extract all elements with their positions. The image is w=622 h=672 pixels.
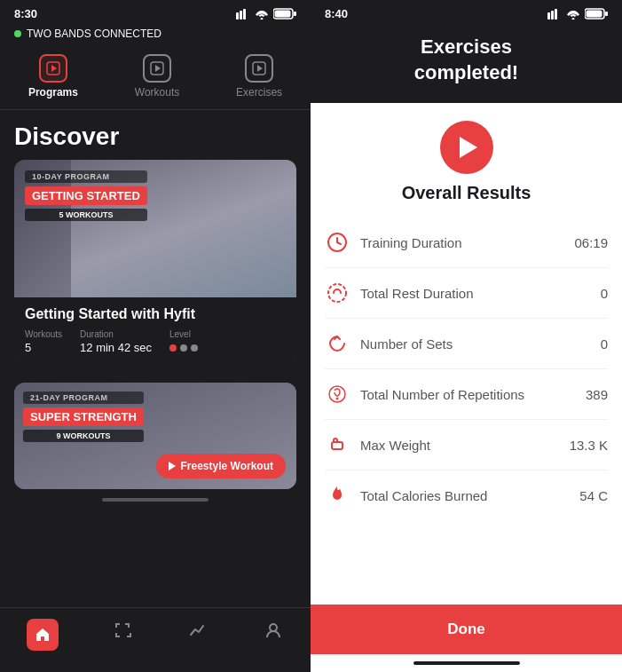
home-indicator-bar-right bbox=[413, 661, 520, 665]
status-icons-right bbox=[547, 8, 608, 20]
results-card: Overall Results Training Duration 06:19 … bbox=[311, 103, 622, 672]
nav-expand[interactable] bbox=[107, 615, 138, 654]
bottom-nav bbox=[0, 607, 311, 672]
max-weight-label: Max Weight bbox=[360, 438, 570, 453]
nav-profile[interactable] bbox=[258, 615, 288, 654]
program-info-1: Getting Started with Hyfit Workouts 5 Du… bbox=[14, 297, 296, 365]
svg-marker-9 bbox=[155, 65, 161, 72]
exercises-icon bbox=[245, 54, 273, 83]
chart-icon bbox=[186, 619, 209, 642]
result-row-sets: Number of Sets 0 bbox=[325, 319, 608, 369]
discover-title: Discover bbox=[0, 110, 311, 160]
svg-marker-11 bbox=[257, 65, 263, 72]
svg-rect-14 bbox=[551, 11, 554, 20]
meta-duration: Duration 12 min 42 sec bbox=[80, 329, 152, 354]
left-home-indicator-bar bbox=[102, 498, 209, 502]
result-row-rest-duration: Total Rest Duration 0 bbox=[325, 268, 608, 319]
programs-icon bbox=[39, 54, 67, 83]
meta-duration-value: 12 min 42 sec bbox=[80, 341, 152, 354]
fire-icon bbox=[325, 483, 350, 508]
number-of-sets-value: 0 bbox=[601, 336, 608, 352]
meta-level: Level bbox=[169, 329, 198, 354]
left-panel: 8:30 TWO BANDS CONNECTED Programs Workou… bbox=[0, 0, 311, 672]
tab-exercises-label: Exercises bbox=[236, 86, 282, 99]
done-button[interactable]: Done bbox=[311, 605, 622, 654]
play-small-icon bbox=[169, 462, 176, 470]
result-row-reps: Total Number of Repetitions 389 bbox=[325, 369, 608, 420]
tab-programs-label: Programs bbox=[28, 86, 78, 99]
total-reps-value: 389 bbox=[586, 387, 608, 402]
band-dot bbox=[14, 30, 21, 37]
total-calories-value: 54 C bbox=[579, 488, 608, 503]
tab-workouts-label: Workouts bbox=[135, 86, 179, 99]
program-card-2[interactable]: 21-DAY PROGRAM SUPER STRENGTH 9 WORKOUTS… bbox=[14, 383, 296, 489]
total-reps-label: Total Number of Repetitions bbox=[360, 387, 586, 402]
svg-point-12 bbox=[270, 624, 277, 631]
meta-level-label: Level bbox=[169, 329, 198, 339]
left-home-indicator bbox=[0, 489, 311, 510]
home-indicator-right bbox=[311, 654, 622, 672]
header-area: Exercises completed! bbox=[311, 24, 622, 103]
svg-rect-18 bbox=[605, 12, 608, 16]
program-card-1[interactable]: 10-DAY PROGRAM GETTING STARTED 5 WORKOUT… bbox=[14, 160, 296, 365]
time-right: 8:40 bbox=[325, 7, 348, 20]
badge-workouts-2: 9 WORKOUTS bbox=[23, 430, 144, 442]
program-image-2: 21-DAY PROGRAM SUPER STRENGTH 9 WORKOUTS… bbox=[14, 383, 296, 489]
tab-exercises[interactable]: Exercises bbox=[225, 51, 293, 102]
svg-rect-0 bbox=[236, 12, 239, 20]
nav-home[interactable] bbox=[23, 615, 62, 654]
program-badge-1: 10-DAY PROGRAM GETTING STARTED 5 WORKOUT… bbox=[25, 170, 147, 221]
nav-tabs: Programs Workouts Exercises bbox=[0, 47, 311, 110]
time-left: 8:30 bbox=[14, 7, 37, 20]
status-bar-left: 8:30 bbox=[0, 0, 311, 24]
completed-title-text: Exercises completed! bbox=[414, 36, 518, 83]
result-row-training-duration: Training Duration 06:19 bbox=[325, 217, 608, 268]
status-icons-left bbox=[236, 8, 296, 20]
meta-workouts-label: Workouts bbox=[25, 329, 62, 339]
svg-rect-13 bbox=[547, 12, 550, 20]
badge-name-2: SUPER STRENGTH bbox=[23, 407, 144, 426]
home-icon bbox=[27, 619, 59, 651]
svg-point-24 bbox=[336, 398, 339, 400]
svg-rect-1 bbox=[240, 11, 242, 20]
status-bar-right: 8:40 bbox=[311, 0, 622, 24]
svg-point-22 bbox=[328, 284, 346, 302]
expand-icon bbox=[111, 619, 134, 642]
total-rest-duration-label: Total Rest Duration bbox=[360, 286, 601, 301]
tab-programs[interactable]: Programs bbox=[18, 51, 89, 102]
play-circle-button[interactable] bbox=[440, 121, 493, 174]
reps-icon bbox=[325, 382, 350, 407]
number-of-sets-label: Number of Sets bbox=[360, 336, 601, 352]
meta-level-dots bbox=[169, 344, 198, 352]
training-duration-value: 06:19 bbox=[574, 235, 608, 250]
svg-rect-15 bbox=[555, 9, 557, 20]
nav-chart[interactable] bbox=[183, 615, 213, 654]
program-meta-1: Workouts 5 Duration 12 min 42 sec Level bbox=[25, 329, 286, 354]
svg-rect-4 bbox=[275, 11, 291, 18]
dot-2 bbox=[180, 344, 187, 352]
svg-rect-17 bbox=[587, 11, 602, 18]
program-badge-2: 21-DAY PROGRAM SUPER STRENGTH 9 WORKOUTS bbox=[23, 391, 144, 442]
svg-rect-5 bbox=[294, 12, 296, 16]
dot-3 bbox=[191, 344, 198, 352]
training-duration-label: Training Duration bbox=[360, 235, 574, 250]
svg-line-21 bbox=[337, 242, 341, 244]
band-status-text: TWO BANDS CONNECTED bbox=[27, 28, 161, 40]
band-status: TWO BANDS CONNECTED bbox=[0, 24, 311, 47]
badge-tag-2: 21-DAY PROGRAM bbox=[23, 391, 144, 404]
freestyle-btn-label: Freestyle Workout bbox=[181, 460, 273, 472]
meta-workouts: Workouts 5 bbox=[25, 329, 62, 354]
svg-rect-25 bbox=[332, 442, 342, 449]
meta-duration-label: Duration bbox=[80, 329, 152, 339]
result-rows: Training Duration 06:19 Total Rest Durat… bbox=[311, 217, 622, 605]
program-name-1: Getting Started with Hyfit bbox=[25, 306, 286, 322]
rest-icon bbox=[325, 281, 350, 305]
tab-workouts[interactable]: Workouts bbox=[124, 51, 190, 102]
freestyle-workout-button[interactable]: Freestyle Workout bbox=[156, 454, 286, 478]
result-row-calories: Total Calories Burned 54 C bbox=[325, 470, 608, 520]
badge-name-1: GETTING STARTED bbox=[25, 186, 147, 205]
program-image-1: 10-DAY PROGRAM GETTING STARTED 5 WORKOUT… bbox=[14, 160, 296, 297]
profile-icon bbox=[262, 619, 285, 642]
right-panel: 8:40 Exercises completed! Overall Result… bbox=[311, 0, 622, 672]
result-row-weight: Max Weight 13.3 K bbox=[325, 420, 608, 470]
